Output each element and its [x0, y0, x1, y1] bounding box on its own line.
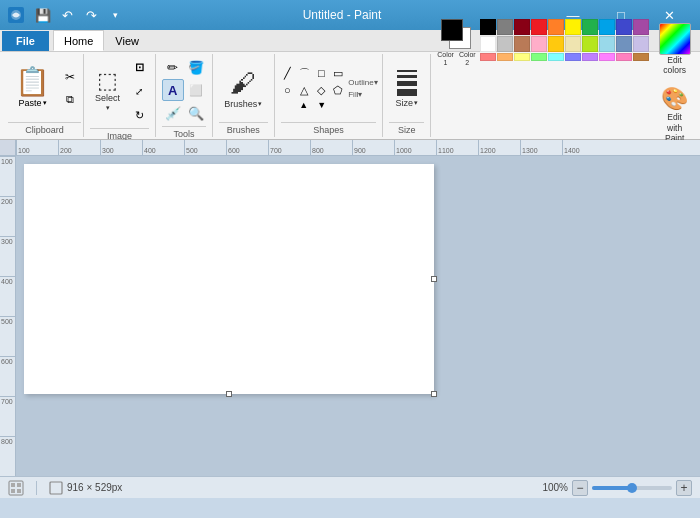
- fill-tool-btn[interactable]: 🪣: [185, 56, 207, 78]
- color-swatch-extra[interactable]: [548, 53, 564, 61]
- color-swatch-item[interactable]: [616, 36, 632, 52]
- shape-diamond[interactable]: ◇: [313, 82, 329, 98]
- shape-curve[interactable]: ⌒: [296, 65, 312, 81]
- tab-file[interactable]: File: [2, 31, 49, 51]
- ruler-corner: [0, 140, 16, 156]
- canvas-paper[interactable]: [24, 164, 434, 394]
- edit-colors-btn[interactable]: Editcolors: [653, 19, 697, 79]
- color-swatch-item[interactable]: [582, 19, 598, 35]
- color-swatch-extra[interactable]: [616, 53, 632, 61]
- save-quick-btn[interactable]: 💾: [32, 4, 54, 26]
- picker-tool-btn[interactable]: 💉: [162, 102, 184, 124]
- paste-btn[interactable]: 📋 Paste ▾: [8, 65, 57, 111]
- select-icon: ⬚: [97, 70, 118, 92]
- color-swatch-item[interactable]: [599, 19, 615, 35]
- color-swatch-item[interactable]: [531, 19, 547, 35]
- brushes-icon: 🖌: [230, 68, 256, 99]
- undo-quick-btn[interactable]: ↶: [56, 4, 78, 26]
- color-swatch-item[interactable]: [497, 19, 513, 35]
- magnify-tool-btn[interactable]: 🔍: [185, 102, 207, 124]
- extra-color-palette: [480, 53, 649, 61]
- cut-btn[interactable]: ✂: [59, 66, 81, 88]
- color-swatch-item[interactable]: [616, 19, 632, 35]
- clipboard-label: Clipboard: [8, 122, 81, 135]
- color2-selector[interactable]: Color 2: [459, 51, 476, 66]
- color-swatch-extra[interactable]: [599, 53, 615, 61]
- color-swatch-extra[interactable]: [565, 53, 581, 61]
- color-swatch-extra[interactable]: [480, 53, 496, 61]
- color-swatch-extra[interactable]: [531, 53, 547, 61]
- pencil-tool-btn[interactable]: ✏: [162, 56, 184, 78]
- color-swatch-item[interactable]: [480, 36, 496, 52]
- shapes-scroll-up[interactable]: ▲: [296, 99, 312, 111]
- brushes-label: Brushes: [219, 122, 268, 135]
- shape-line[interactable]: ╱: [279, 65, 295, 81]
- size-btn[interactable]: Size ▾: [389, 64, 425, 112]
- svg-rect-3: [11, 483, 15, 487]
- resize-bottom[interactable]: [226, 391, 232, 397]
- resize-right[interactable]: [431, 276, 437, 282]
- shapes-label: Shapes: [281, 122, 377, 135]
- shape-round-rect[interactable]: ▭: [330, 65, 346, 81]
- tab-home[interactable]: Home: [53, 30, 104, 51]
- zoom-in-btn[interactable]: +: [676, 480, 692, 496]
- shape-ellipse[interactable]: ○: [279, 82, 295, 98]
- shape-rect[interactable]: □: [313, 65, 329, 81]
- color-swatch-item[interactable]: [565, 36, 581, 52]
- redo-quick-btn[interactable]: ↷: [80, 4, 102, 26]
- ruler-vertical: 100200300400500600700800: [0, 156, 16, 476]
- shape-pentagon[interactable]: ⬠: [330, 82, 346, 98]
- svg-rect-4: [17, 483, 21, 487]
- color-swatch-extra[interactable]: [497, 53, 513, 61]
- shapes-scroll-down[interactable]: ▼: [314, 99, 330, 111]
- svg-rect-5: [11, 489, 15, 493]
- color-swatch-item[interactable]: [633, 36, 649, 52]
- canvas-size-icon: [49, 481, 63, 495]
- ribbon-section-colors: Color 1 Color 2: [431, 54, 696, 137]
- color-swatch-extra[interactable]: [633, 53, 649, 61]
- shape-triangle[interactable]: △: [296, 82, 312, 98]
- zoom-controls: 100% − +: [538, 480, 692, 496]
- color-palette: [480, 19, 649, 52]
- color-swatch-item[interactable]: [582, 36, 598, 52]
- color-swatch-item[interactable]: [514, 19, 530, 35]
- crop-btn[interactable]: ⊡: [128, 56, 150, 78]
- resize-corner[interactable]: [431, 391, 437, 397]
- color-swatch-item[interactable]: [531, 36, 547, 52]
- paste-icon: 📋: [15, 68, 50, 96]
- tab-view[interactable]: View: [104, 31, 150, 51]
- color-swatch-item[interactable]: [548, 36, 564, 52]
- color-swatch-item[interactable]: [497, 36, 513, 52]
- color-swatch-extra[interactable]: [514, 53, 530, 61]
- rotate-btn[interactable]: ↻: [128, 104, 150, 126]
- zoom-out-btn[interactable]: −: [572, 480, 588, 496]
- zoom-slider-thumb[interactable]: [627, 483, 637, 493]
- canvas-main: 100200300400500600700800: [0, 156, 700, 476]
- color-swatch-item[interactable]: [548, 19, 564, 35]
- eraser-tool-btn[interactable]: ⬜: [185, 79, 207, 101]
- color-swatch-extra[interactable]: [582, 53, 598, 61]
- canvas-scroll-area[interactable]: [16, 156, 700, 476]
- ribbon-section-size: Size ▾ Size: [383, 54, 431, 137]
- color-stack: [441, 19, 471, 49]
- select-btn[interactable]: ⬚ Select ▾: [89, 66, 126, 116]
- ribbon-section-shapes: ╱ ⌒ □ ▭ ○ △ ◇ ⬠ ▲ ▼ Outline▾ Fill▾ Sh: [275, 54, 384, 137]
- ruler-horizontal: 1002003004005006007008009001000110012001…: [16, 140, 700, 156]
- color-swatch-item[interactable]: [514, 36, 530, 52]
- brushes-btn[interactable]: 🖌 Brushes ▾: [218, 64, 268, 113]
- shapes-grid: ╱ ⌒ □ ▭ ○ △ ◇ ⬠: [279, 65, 346, 98]
- color-swatch-item[interactable]: [565, 19, 581, 35]
- color-swatch-item[interactable]: [633, 19, 649, 35]
- zoom-slider[interactable]: [592, 486, 672, 490]
- color1-box[interactable]: [441, 19, 463, 41]
- resize-btn[interactable]: ⤢: [128, 80, 150, 102]
- size-label: Size: [389, 122, 424, 135]
- color1-selector[interactable]: Color 1: [437, 51, 454, 66]
- customize-quick-btn[interactable]: ▾: [104, 4, 126, 26]
- thumbnail-btn[interactable]: [8, 480, 24, 496]
- text-tool-btn[interactable]: A: [162, 79, 184, 101]
- color-swatch-item[interactable]: [599, 36, 615, 52]
- zoom-slider-fill: [592, 486, 632, 490]
- copy-btn[interactable]: ⧉: [59, 89, 81, 111]
- color-swatch-item[interactable]: [480, 19, 496, 35]
